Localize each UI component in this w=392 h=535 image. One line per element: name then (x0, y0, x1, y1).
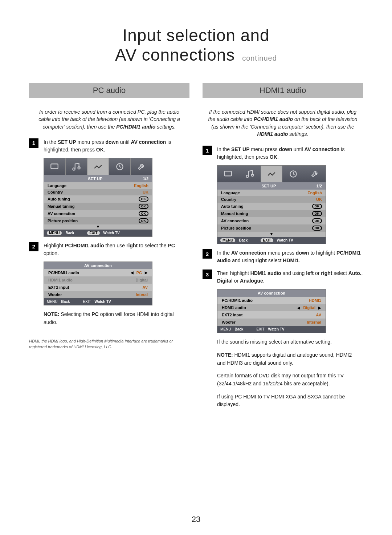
section-header-left: PC audio (29, 83, 189, 98)
osd-row: CountryUK (44, 189, 152, 195)
osd-row: AV connectionOK (217, 217, 326, 224)
step-text: In the SET UP menu press down until AV c… (44, 138, 189, 154)
osd-tabs (44, 158, 152, 175)
tab-tv-icon (217, 166, 239, 182)
tab-music-icon (65, 158, 87, 175)
avmenu-row: EXT2 inputAV (44, 284, 152, 291)
avmenu-row: HDMI1 audio◀Digital▶ (217, 304, 326, 311)
exit-pill: EXIT (87, 231, 99, 235)
tab-tv-icon (44, 158, 65, 175)
osd-title: SET UP (88, 177, 102, 181)
step-number: 1 (203, 146, 212, 155)
tab-tool-icon (130, 158, 152, 175)
left-step-1: 1 In the SET UP menu press down until AV… (29, 138, 189, 154)
menu-pill: MENU (220, 238, 235, 242)
osd-row: LanguageEnglish (44, 182, 152, 189)
right-tail3: Certain formats of DVD disk may not outp… (217, 372, 361, 388)
osd-title: SET UP (261, 184, 276, 188)
title-line2: AV connections continued (29, 45, 363, 65)
osd-row: AV connectionOK (44, 210, 152, 217)
scroll-down-icon: ▼ (217, 232, 326, 237)
tab-clock-icon (109, 158, 130, 175)
right-column: HDMI1 audio If the connected HDMI source… (203, 83, 363, 409)
osd-setup-right: SET UP 1/2 LanguageEnglish CountryUK Aut… (217, 165, 326, 244)
right-note: NOTE: HDMI1 supports digital and analogu… (217, 351, 361, 367)
osd-row: Manual tuningOK (44, 203, 152, 210)
menu-pill: MENU (220, 327, 231, 331)
exit-pill: EXIT (83, 300, 91, 304)
step-number: 1 (29, 138, 38, 148)
tab-setup-icon (87, 158, 109, 175)
menu-pill: MENU (47, 231, 62, 235)
osd-row: Picture positionOK (217, 224, 326, 232)
avmenu-footer: MENU Back EXIT Watch TV (44, 298, 152, 305)
right-arrow-icon: ▶ (145, 271, 148, 275)
avmenu-title: AV connection (217, 289, 326, 297)
title-line1: Input selection and (29, 25, 363, 45)
step-text: Then highlight HDMI1 audio and using lef… (217, 269, 363, 285)
avmenu-title: AV connection (44, 262, 152, 269)
osd-row: Auto tuningOK (44, 195, 152, 203)
svg-rect-4 (225, 171, 232, 176)
right-tail1: If the sound is missing select an altern… (217, 338, 361, 346)
osd-page: 1/2 (317, 184, 322, 188)
title-line2-main: AV connections (115, 45, 235, 64)
osd-row: Manual tuningOK (217, 210, 326, 217)
left-arrow-icon: ◀ (131, 271, 134, 275)
left-note: NOTE: Selecting the PC option will force… (44, 311, 187, 326)
avmenu-footer: MENU Back EXIT Watch TV (217, 326, 326, 333)
left-arrow-icon: ◀ (297, 306, 300, 310)
left-intro: In order to receive sound from a connect… (29, 108, 189, 130)
tab-music-icon (239, 166, 261, 182)
left-column: PC audio In order to receive sound from … (29, 83, 189, 409)
step-text: Highlight PC/HDMI1 audio then use right … (44, 242, 189, 257)
right-arrow-icon: ▶ (318, 306, 321, 310)
avmenu-right: AV connection PC/HDMI1 audioHDMI1 HDMI1 … (217, 289, 326, 333)
scroll-down-icon: ▼ (44, 224, 152, 230)
osd-tabs (217, 166, 326, 182)
avmenu-left: AV connection PC/HDMI1 audio◀PC▶ HDMI1 a… (44, 262, 152, 305)
right-step-1: 1 In the SET UP menu press down until AV… (203, 146, 363, 161)
avmenu-row: PC/HDMI1 audioHDMI1 (217, 297, 326, 304)
step-number: 3 (203, 269, 212, 279)
osd-row: CountryUK (217, 196, 326, 203)
tab-tool-icon (304, 166, 326, 182)
svg-rect-0 (51, 164, 58, 169)
step-number: 2 (29, 242, 38, 251)
osd-footer: MENU Back EXIT Watch TV (217, 237, 326, 244)
columns: PC audio In order to receive sound from … (29, 83, 363, 409)
menu-pill: MENU (47, 300, 57, 304)
osd-page: 1/2 (143, 177, 148, 181)
section-header-right: HDMI1 audio (203, 83, 363, 98)
osd-footer: MENU Back EXIT Watch TV (44, 230, 152, 236)
step-text: In the AV connection menu press down to … (217, 249, 363, 264)
step-number: 2 (203, 249, 212, 259)
osd-header: SET UP 1/2 (44, 175, 152, 182)
osd-setup-left: SET UP 1/2 LanguageEnglish CountryUK Aut… (44, 158, 152, 237)
title-continued: continued (242, 54, 277, 62)
avmenu-row: HDMI1 audioDigital (44, 276, 152, 284)
trademark-note: HDMI, the HDMI logo, and High-Definition… (29, 339, 187, 350)
avmenu-row: PC/HDMI1 audio◀PC▶ (44, 269, 152, 276)
manual-page: Input selection and AV connections conti… (0, 0, 392, 535)
right-tail4: If using PC HDMI to TV HDMI XGA and SXGA… (217, 393, 361, 409)
right-step-3: 3 Then highlight HDMI1 audio and using l… (203, 269, 363, 285)
step-text: In the SET UP menu press down until AV c… (217, 146, 363, 161)
tab-clock-icon (282, 166, 304, 182)
right-intro: If the connected HDMI source does not su… (203, 108, 363, 138)
osd-row: LanguageEnglish (217, 190, 326, 196)
osd-row: Picture positionOK (44, 217, 152, 224)
left-step-2: 2 Highlight PC/HDMI1 audio then use righ… (29, 242, 189, 257)
tab-setup-icon (261, 166, 282, 182)
avmenu-row: EXT2 inputAV (217, 311, 326, 319)
page-number: 23 (192, 515, 200, 524)
osd-row: Auto tuningOK (217, 203, 326, 210)
right-step-2: 2 In the AV connection menu press down t… (203, 249, 363, 264)
exit-pill: EXIT (261, 238, 273, 242)
page-title: Input selection and AV connections conti… (29, 25, 363, 65)
exit-pill: EXIT (256, 327, 264, 331)
osd-header: SET UP 1/2 (217, 182, 326, 190)
avmenu-row: WooferInteral (44, 291, 152, 298)
avmenu-row: WooferInternal (217, 319, 326, 326)
